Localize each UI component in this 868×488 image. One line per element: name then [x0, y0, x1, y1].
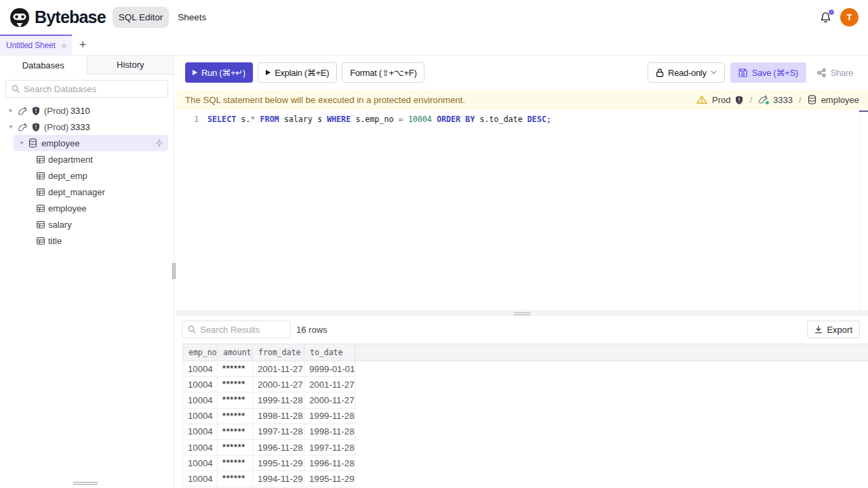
column-header-filler: [355, 344, 868, 361]
tree-instance-3310[interactable]: (Prod) 3310: [0, 102, 174, 119]
database-label: employee: [821, 95, 859, 105]
cell: 1995-11-29: [252, 455, 304, 471]
table-row[interactable]: 10004******1994-11-291995-11-29: [182, 471, 868, 487]
cell-filler: [355, 455, 868, 471]
search-icon: [12, 85, 20, 93]
sidebar-drag-handle[interactable]: [172, 263, 176, 279]
lightning-icon[interactable]: [156, 139, 163, 147]
cell: ******: [217, 392, 252, 408]
table-row[interactable]: 10004******1995-11-291996-11-28: [182, 455, 868, 471]
brand-name: Bytebase: [35, 7, 106, 27]
tree-instance-3333[interactable]: (Prod) 3333: [0, 119, 174, 135]
table-row[interactable]: 10004******1997-11-281998-11-28: [182, 424, 868, 440]
tree-table-title[interactable]: title: [0, 232, 174, 249]
save-icon: [738, 68, 747, 77]
readonly-dropdown[interactable]: Read-only: [648, 62, 725, 83]
tree-table-employee[interactable]: employee: [0, 200, 174, 216]
bytebase-logo-icon: [9, 7, 30, 28]
search-results-input[interactable]: Search Results: [182, 321, 291, 338]
cell: ******: [217, 409, 252, 424]
table-row[interactable]: 10004******2001-11-279999-01-01: [182, 361, 868, 377]
share-icon: [817, 68, 826, 77]
cell: 1998-11-28: [252, 409, 304, 424]
nav-sql-editor[interactable]: SQL Editor: [113, 7, 170, 28]
cell: 10004: [182, 455, 217, 471]
tree-table-salary[interactable]: salary: [0, 216, 174, 232]
cell: 1996-11-28: [252, 440, 304, 455]
nav-sheets[interactable]: Sheets: [178, 12, 206, 22]
search-databases-input[interactable]: Search Databases: [5, 80, 168, 98]
env-shield-icon: [32, 106, 40, 115]
tree-table-dept_emp[interactable]: dept_emp: [0, 167, 174, 184]
cell: ******: [217, 424, 252, 440]
save-button[interactable]: Save (⌘+S): [730, 62, 806, 83]
table-row[interactable]: 10004******2000-11-272001-11-27: [182, 377, 868, 392]
table-row[interactable]: 10004******1996-11-281997-11-28: [182, 440, 868, 455]
lock-icon: [656, 68, 664, 77]
caret-down-icon[interactable]: [19, 140, 24, 146]
results-panel: Search Results 16 rows Export emp_noamou…: [176, 316, 868, 488]
caret-down-icon[interactable]: [8, 124, 14, 129]
cell: 10004: [182, 392, 217, 408]
play-icon: [193, 70, 197, 75]
cell: 1999-11-28: [304, 409, 355, 424]
format-button[interactable]: Format (⇧+⌥+F): [342, 62, 425, 83]
tree-database-employee[interactable]: employee: [14, 135, 168, 151]
results-drag-handle[interactable]: [514, 312, 530, 315]
cell: 2001-11-27: [304, 377, 355, 392]
env-shield-icon: [32, 123, 40, 131]
cell-filler: [355, 361, 868, 377]
table-row[interactable]: 10004******1998-11-281999-11-28: [182, 409, 868, 424]
cell: 10004: [182, 377, 217, 392]
run-button[interactable]: Run (⌘+↵): [185, 62, 253, 83]
sql-editor[interactable]: 1 SELECT s.* FROM salary s WHERE s.emp_n…: [176, 110, 868, 310]
avatar[interactable]: T: [840, 8, 859, 26]
explain-button[interactable]: Explain (⌘+E): [258, 62, 337, 83]
add-sheet-button[interactable]: +: [72, 35, 94, 55]
table-icon: [37, 205, 45, 212]
share-button[interactable]: Share: [812, 62, 859, 83]
export-button[interactable]: Export: [807, 321, 860, 338]
cell: ******: [217, 361, 252, 377]
column-header-to_date[interactable]: to_date: [304, 344, 355, 361]
sidebar: Databases History Search Databases (Prod…: [0, 56, 174, 488]
tab-databases[interactable]: Databases: [0, 56, 87, 75]
download-icon: [814, 325, 823, 333]
db-tree: (Prod) 3310(Prod) 3333employeedepartment…: [0, 102, 174, 249]
column-header-from_date[interactable]: from_date: [252, 344, 304, 361]
tab-history[interactable]: History: [87, 56, 174, 75]
table-icon: [37, 156, 45, 163]
bytebase-logo[interactable]: Bytebase: [9, 7, 106, 28]
results-divider[interactable]: [176, 310, 868, 316]
table-row[interactable]: 10004******1999-11-282000-11-27: [182, 392, 868, 408]
overview-cursor-mark: [859, 110, 868, 112]
cell-filler: [355, 377, 868, 392]
top-bar: Bytebase SQL Editor Sheets T: [0, 0, 868, 35]
tree-table-dept_manager[interactable]: dept_manager: [0, 184, 174, 200]
table-icon: [37, 221, 45, 228]
cell: 10004: [182, 409, 217, 424]
cell: ******: [217, 455, 252, 471]
unsaved-dot: [62, 43, 66, 48]
cell: 1998-11-28: [304, 424, 355, 440]
mysql-instance-icon: [18, 123, 28, 131]
instance-label: 3333: [773, 95, 793, 105]
column-header-emp_no[interactable]: emp_no: [182, 344, 217, 361]
sidebar-resize-handle[interactable]: [73, 482, 98, 485]
cell: 1999-11-28: [252, 392, 304, 408]
cell: 10004: [182, 471, 217, 487]
notification-bell-icon[interactable]: [820, 12, 831, 23]
cell-filler: [355, 471, 868, 487]
column-header-amount[interactable]: amount: [217, 344, 252, 361]
cell: 2000-11-27: [304, 392, 355, 408]
cell: 10004: [182, 424, 217, 440]
editor-toolbar: Run (⌘+↵) Explain (⌘+E) Format (⇧+⌥+F) R…: [176, 56, 868, 89]
notification-dot: [829, 9, 834, 15]
tab-untitled-sheet[interactable]: Untitled Sheet: [0, 35, 72, 55]
caret-right-icon[interactable]: [8, 108, 14, 113]
tree-table-department[interactable]: department: [0, 151, 174, 167]
cell-filler: [355, 440, 868, 455]
banner-message: The SQL statement below will be executed…: [185, 95, 465, 105]
row-count: 16 rows: [296, 325, 328, 335]
table-icon: [37, 172, 45, 180]
